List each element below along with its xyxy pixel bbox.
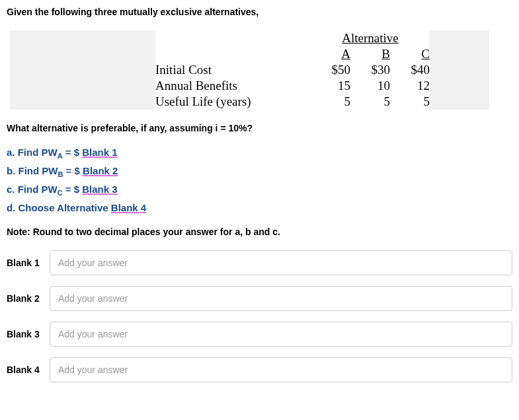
intro-text: Given the following three mutually exclu… <box>7 7 512 17</box>
row-label: Initial Cost <box>155 62 311 78</box>
table-row: Initial Cost $50 $30 $40 <box>10 62 489 78</box>
table-blank-right <box>430 94 489 110</box>
table-empty-label <box>155 30 311 46</box>
part-subscript: A <box>58 152 63 160</box>
cell-value: 5 <box>350 94 390 110</box>
col-header-a: A <box>311 46 350 62</box>
part-b: b. Find PWB = $ Blank 2 <box>7 165 512 178</box>
table-blank-left <box>10 78 155 94</box>
blank-link-3: Blank 3 <box>82 184 117 195</box>
part-c: c. Find PWC = $ Blank 3 <box>7 184 512 197</box>
cell-value: 5 <box>390 94 430 110</box>
blank-link-4: Blank 4 <box>111 202 146 213</box>
table-row: Useful Life (years) 5 5 5 <box>10 94 489 110</box>
table-row: Annual Benefits 15 10 12 <box>10 78 489 94</box>
answer-label: Blank 4 <box>7 365 50 375</box>
col-header-c: C <box>390 46 430 62</box>
part-a: a. Find PWA = $ Blank 1 <box>7 147 512 160</box>
cell-value: 5 <box>311 94 350 110</box>
blank-4-input[interactable] <box>50 357 512 382</box>
part-subscript: C <box>58 189 63 197</box>
answer-label: Blank 1 <box>7 258 50 268</box>
cell-value: 10 <box>350 78 390 94</box>
col-header-b: B <box>350 46 390 62</box>
blank-1-input[interactable] <box>50 250 512 275</box>
cell-value: $50 <box>311 62 350 78</box>
answer-row-2: Blank 2 <box>7 286 512 311</box>
part-mid: = $ <box>63 165 83 176</box>
row-label: Useful Life (years) <box>155 94 311 110</box>
answer-row-1: Blank 1 <box>7 250 512 275</box>
blank-3-input[interactable] <box>50 322 512 347</box>
parts-section: a. Find PWA = $ Blank 1 b. Find PWB = $ … <box>7 147 512 213</box>
table-blank-right <box>430 78 489 94</box>
part-mid: = $ <box>63 184 83 195</box>
data-table-wrapper: Alternative A B C Initial Cost $50 $30 $… <box>7 30 512 110</box>
cell-value: 15 <box>311 78 350 94</box>
answer-row-4: Blank 4 <box>7 357 512 382</box>
table-super-header: Alternative <box>311 30 430 46</box>
table-empty-label <box>155 46 311 62</box>
answer-label: Blank 2 <box>7 293 50 304</box>
blank-link-2: Blank 2 <box>83 165 118 176</box>
part-prefix: a. Find PW <box>7 147 58 158</box>
table-blank-left <box>10 30 155 62</box>
question-text: What alternative is preferable, if any, … <box>7 123 512 133</box>
cell-value: 12 <box>390 78 430 94</box>
table-blank-left <box>10 62 155 78</box>
blank-link-1: Blank 1 <box>82 147 117 158</box>
answer-row-3: Blank 3 <box>7 322 512 347</box>
alternatives-table: Alternative A B C Initial Cost $50 $30 $… <box>10 30 489 110</box>
part-prefix: c. Find PW <box>7 184 58 195</box>
note-text: Note: Round to two decimal places your a… <box>7 227 512 237</box>
part-d: d. Choose Alternative Blank 4 <box>7 202 512 213</box>
row-label: Annual Benefits <box>155 78 311 94</box>
part-prefix: b. Find PW <box>7 165 58 176</box>
part-prefix: d. Choose Alternative <box>7 202 111 213</box>
table-blank-right <box>430 30 489 62</box>
blank-2-input[interactable] <box>50 286 512 311</box>
part-mid: = $ <box>63 147 83 158</box>
answer-label: Blank 3 <box>7 329 50 339</box>
cell-value: $30 <box>350 62 390 78</box>
cell-value: $40 <box>390 62 430 78</box>
table-blank-left <box>10 94 155 110</box>
table-blank-right <box>430 62 489 78</box>
